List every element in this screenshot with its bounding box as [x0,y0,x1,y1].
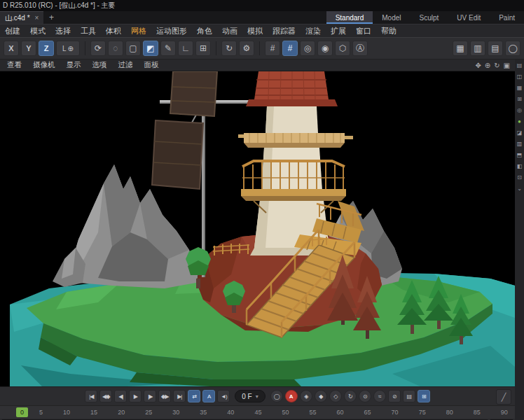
maximize-view-icon[interactable]: ▣ [504,62,510,69]
viewport-menu-item[interactable]: 选项 [87,60,113,70]
viewport-menu-item[interactable]: 查看 [1,60,27,70]
menu-item[interactable]: 运动图形 [151,26,192,36]
rail-icon-10[interactable]: ⊡ [517,175,522,181]
key-parameter-button[interactable]: ⊙ [359,390,371,402]
render-view-icon[interactable]: ▦ [453,41,468,56]
axis-lock-x-button[interactable]: X [4,41,19,56]
key-position-button[interactable]: ◆ [315,390,327,402]
menu-item[interactable]: 模拟 [242,26,268,36]
ruler-tick-label: 65 [364,409,371,416]
rail-icon-4[interactable]: ⊞ [517,97,522,102]
menu-item[interactable]: 选择 [50,26,76,36]
rail-icon-2[interactable]: ◫ [517,74,523,80]
frame-field[interactable]: 0 F ▾ [235,390,265,402]
next-frame-button[interactable]: |▶ [144,390,156,402]
extrude-tool-icon[interactable]: ⊞ [195,41,211,56]
menu-item[interactable]: 跟踪器 [268,26,301,36]
autokey-button[interactable]: A [285,390,298,402]
key-scale-button[interactable]: ◇ [329,390,342,402]
solo-button[interactable]: ⊘ [388,390,401,402]
document-tab[interactable]: 山.c4d * × [0,11,43,24]
grid-icon[interactable]: # [265,41,280,56]
zoom-view-icon[interactable]: ⊕ [485,62,490,69]
render-options-gear-icon[interactable]: ⚙ [239,41,254,56]
rotate-view-icon[interactable]: ↻ [494,62,499,69]
key-rotation-button[interactable]: ↻ [344,390,357,402]
menu-item[interactable]: 帮助 [376,26,401,36]
workspace-tab[interactable]: UV Edit [448,11,490,24]
workspace-tab[interactable]: Sculpt [411,11,448,24]
coord-system-button[interactable]: L⊕ [56,41,80,56]
play-button[interactable]: ▶ [129,390,142,402]
edit-render-settings-icon[interactable]: ▤ [488,41,503,56]
viewport-canvas[interactable] [0,71,515,386]
rail-icon-1[interactable]: ▤ [517,63,523,69]
subdivision-surface-icon[interactable]: ◩ [143,41,158,56]
rail-icon-5[interactable]: ◎ [517,108,522,113]
disc-icon-2[interactable]: ◉ [317,41,333,56]
key-pla-button[interactable]: ≈ [373,390,386,402]
workplane-icon[interactable]: Ⓐ [352,41,368,56]
pan-view-icon[interactable]: ✥ [475,62,481,69]
snap-toggle-button[interactable]: ⊞ [418,390,430,402]
prev-key-button[interactable]: ◀◆ [99,390,112,402]
list-button[interactable]: ▤ [403,390,415,402]
menu-item[interactable]: 窗口 [351,26,376,36]
menu-item[interactable]: 扩展 [326,26,351,36]
prev-frame-button[interactable]: ◀| [114,390,127,402]
cube-primitive-icon[interactable]: ▢ [125,41,141,56]
keyframe-selection-button[interactable]: ◈ [300,390,312,402]
rail-icon-7[interactable]: ▥ [517,141,523,147]
viewport-menu-item[interactable]: 摄像机 [27,60,61,70]
goto-start-button[interactable]: |◀ [85,390,97,402]
team-render-icon[interactable]: ◯ [505,41,520,56]
menu-item[interactable]: 体积 [101,26,126,36]
ruler-tick-label: 75 [419,409,426,416]
menu-item[interactable]: 角色 [192,26,217,36]
ruler-tick-label: 40 [227,409,234,416]
record-ring-button[interactable]: ◯ [270,390,283,402]
menu-item[interactable]: 工具 [76,26,101,36]
rail-icon-9[interactable]: ◧ [517,164,523,169]
workspace-tab[interactable]: Standard [326,11,373,24]
ruler-tick-label: 20 [118,409,125,416]
rail-status-dot[interactable]: ● [518,119,521,125]
next-key-button[interactable]: ◆▶ [158,390,171,402]
rail-icon-3[interactable]: ▦ [517,85,523,91]
workspace-tab[interactable]: Paint [490,11,524,24]
menu-item[interactable]: 创建 [0,26,25,36]
close-tab-icon[interactable]: × [35,14,39,22]
render-picture-viewer-icon[interactable]: ▥ [470,41,485,56]
axis-lock-y-button[interactable]: Y [21,41,36,56]
sound-button[interactable]: ◄) [217,390,230,402]
viewport-menu-item[interactable]: 过滤 [113,60,139,70]
viewport-menu-item[interactable]: 面板 [139,60,165,70]
ruler-tick-label: 5 [39,409,43,416]
spline-tool-icon[interactable]: ∟ [178,41,193,56]
new-tab-button[interactable]: + [43,11,59,24]
timeline-ruler[interactable]: 0 51015202530354045505560657075808590 [0,405,515,419]
pen-tool-icon[interactable]: ✎ [160,41,176,56]
timeline-playhead[interactable]: 0 [16,407,28,417]
menu-item[interactable]: 动画 [217,26,242,36]
viewport-menu-item[interactable]: 显示 [61,60,87,70]
rail-icon-11[interactable]: ⌄ [517,186,522,192]
rail-icon-6[interactable]: ◪ [517,130,523,136]
menu-item[interactable]: 渲染 [301,26,326,36]
menu-item[interactable]: 模式 [25,26,50,36]
rotate-tool-icon[interactable]: ⟳ [90,41,106,56]
grid-snap-icon[interactable]: # [282,41,298,56]
goto-end-button[interactable]: ▶| [173,390,186,402]
disc-icon-1[interactable]: ◎ [300,41,315,56]
axis-lock-z-button[interactable]: Z [39,41,54,56]
rail-icon-8[interactable]: ⬒ [517,153,523,158]
axis-modify-icon[interactable]: ⬡ [335,41,350,56]
workspace-tab[interactable]: Model [373,11,410,24]
viewport-resize-handle[interactable]: ╱ [496,389,511,405]
ruler-tick-label: 60 [337,409,344,416]
interactive-render-icon[interactable]: ↻ [221,41,237,56]
menu-item[interactable]: 网格 [126,26,151,36]
keyframe-mode-button[interactable]: A [202,390,215,402]
ring-select-icon[interactable]: ◌ [108,41,123,56]
loop-button[interactable]: ⇄ [188,390,200,402]
